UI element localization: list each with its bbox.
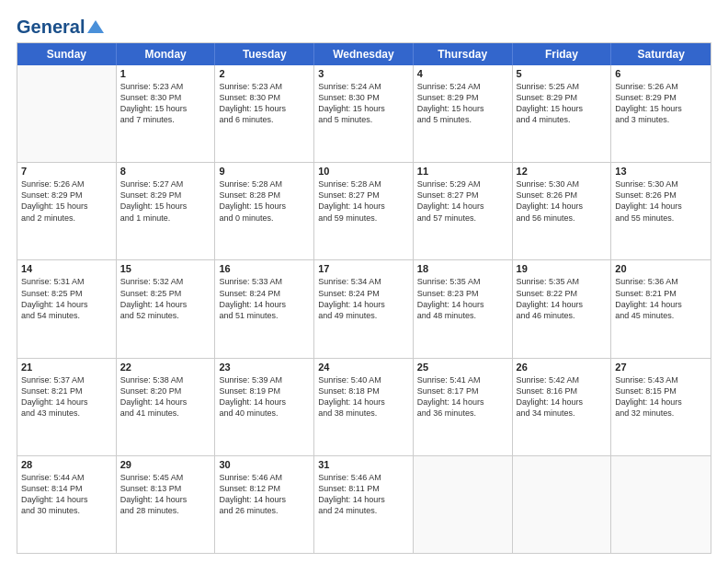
cell-line: Daylight: 14 hours <box>318 299 409 310</box>
cell-line: Daylight: 14 hours <box>517 299 608 310</box>
day-number: 16 <box>219 263 310 274</box>
cell-line: and 51 minutes. <box>219 310 310 321</box>
cell-line: Daylight: 15 hours <box>21 201 112 212</box>
calendar-cell: 28Sunrise: 5:44 AMSunset: 8:14 PMDayligh… <box>17 456 117 553</box>
cell-line: Daylight: 14 hours <box>318 396 409 408</box>
cell-line: Sunset: 8:16 PM <box>517 385 608 396</box>
cell-line: Daylight: 14 hours <box>517 396 608 408</box>
cell-line: Sunrise: 5:31 AM <box>21 276 112 287</box>
calendar-cell: 31Sunrise: 5:46 AMSunset: 8:11 PMDayligh… <box>314 456 414 553</box>
cell-line: Daylight: 14 hours <box>120 299 211 310</box>
cell-line: Sunset: 8:25 PM <box>21 288 112 299</box>
cell-line: Sunrise: 5:25 AM <box>517 81 608 92</box>
cell-line: and 4 minutes. <box>517 114 608 125</box>
cell-line: Daylight: 15 hours <box>417 103 508 114</box>
cell-line: Sunset: 8:28 PM <box>219 190 310 201</box>
cell-line: Sunset: 8:21 PM <box>615 288 707 299</box>
cell-line: Sunset: 8:30 PM <box>120 92 211 103</box>
cell-line: Sunset: 8:15 PM <box>615 385 707 396</box>
cell-line: Sunrise: 5:27 AM <box>120 178 211 190</box>
cell-line: Sunset: 8:23 PM <box>417 288 508 299</box>
cell-line: Daylight: 14 hours <box>417 299 508 310</box>
cell-line: and 55 minutes. <box>615 213 707 224</box>
cell-line: Daylight: 15 hours <box>120 103 211 114</box>
calendar-cell: 13Sunrise: 5:30 AMSunset: 8:26 PMDayligh… <box>611 163 711 259</box>
day-number: 30 <box>219 459 310 470</box>
cell-line: Daylight: 14 hours <box>120 396 211 408</box>
cell-line: Sunset: 8:30 PM <box>318 92 409 103</box>
cell-line: Sunrise: 5:24 AM <box>417 81 508 92</box>
cell-line: Daylight: 14 hours <box>21 299 112 310</box>
calendar-cell: 9Sunrise: 5:28 AMSunset: 8:28 PMDaylight… <box>215 163 314 259</box>
cell-line: Daylight: 14 hours <box>219 299 310 310</box>
calendar-cell: 22Sunrise: 5:38 AMSunset: 8:20 PMDayligh… <box>117 359 216 455</box>
cell-line: Daylight: 14 hours <box>120 494 211 505</box>
calendar: SundayMondayTuesdayWednesdayThursdayFrid… <box>17 42 711 554</box>
cell-line: and 43 minutes. <box>21 408 112 419</box>
calendar-cell: 12Sunrise: 5:30 AMSunset: 8:26 PMDayligh… <box>513 163 612 259</box>
cell-line: Daylight: 14 hours <box>219 494 310 505</box>
logo-triangle-icon <box>87 20 104 33</box>
cell-line: and 59 minutes. <box>318 213 409 224</box>
cell-line: and 26 minutes. <box>219 505 310 516</box>
cell-line: and 36 minutes. <box>417 408 508 419</box>
header-cell-wednesday: Wednesday <box>314 43 414 65</box>
calendar-cell: 26Sunrise: 5:42 AMSunset: 8:16 PMDayligh… <box>513 359 612 455</box>
cell-line: Sunset: 8:30 PM <box>219 92 310 103</box>
page: General SundayMondayTuesdayWednesdayThur… <box>0 0 728 563</box>
day-number: 3 <box>318 68 409 79</box>
cell-line: Sunset: 8:25 PM <box>120 288 211 299</box>
cell-line: Sunrise: 5:32 AM <box>120 276 211 287</box>
calendar-cell <box>513 456 612 553</box>
cell-line: Sunset: 8:29 PM <box>120 190 211 201</box>
cell-line: Daylight: 15 hours <box>318 103 409 114</box>
cell-line: and 1 minute. <box>120 213 211 224</box>
cell-line: Daylight: 14 hours <box>219 396 310 408</box>
cell-line: Sunrise: 5:33 AM <box>219 276 310 287</box>
cell-line: Sunrise: 5:35 AM <box>417 276 508 287</box>
day-number: 7 <box>21 166 112 177</box>
header-cell-monday: Monday <box>117 43 216 65</box>
cell-line: Sunrise: 5:23 AM <box>120 81 211 92</box>
cell-line: Sunset: 8:18 PM <box>318 385 409 396</box>
calendar-cell: 17Sunrise: 5:34 AMSunset: 8:24 PMDayligh… <box>314 260 414 357</box>
cell-line: Sunrise: 5:28 AM <box>318 178 409 190</box>
calendar-cell: 25Sunrise: 5:41 AMSunset: 8:17 PMDayligh… <box>414 359 513 455</box>
day-number: 5 <box>517 68 608 79</box>
cell-line: and 56 minutes. <box>517 213 608 224</box>
cell-line: Sunset: 8:13 PM <box>120 483 211 494</box>
cell-line: Daylight: 14 hours <box>517 201 608 212</box>
day-number: 27 <box>615 362 707 373</box>
cell-line: Sunrise: 5:35 AM <box>517 276 608 287</box>
cell-line: Daylight: 14 hours <box>21 494 112 505</box>
cell-line: and 3 minutes. <box>615 114 707 125</box>
calendar-cell: 1Sunrise: 5:23 AMSunset: 8:30 PMDaylight… <box>117 65 216 162</box>
cell-line: and 28 minutes. <box>120 505 211 516</box>
day-number: 26 <box>517 362 608 373</box>
header-cell-thursday: Thursday <box>414 43 513 65</box>
day-number: 23 <box>219 362 310 373</box>
cell-line: Sunrise: 5:46 AM <box>318 472 409 483</box>
day-number: 17 <box>318 263 409 274</box>
day-number: 31 <box>318 459 409 470</box>
cell-line: and 46 minutes. <box>517 310 608 321</box>
cell-line: Sunrise: 5:28 AM <box>219 178 310 190</box>
cell-line: and 49 minutes. <box>318 310 409 321</box>
cell-line: Sunrise: 5:34 AM <box>318 276 409 287</box>
day-number: 10 <box>318 166 409 177</box>
cell-line: Sunrise: 5:40 AM <box>318 374 409 385</box>
cell-line: Sunrise: 5:30 AM <box>517 178 608 190</box>
cell-line: and 34 minutes. <box>517 408 608 419</box>
day-number: 9 <box>219 166 310 177</box>
cell-line: Sunset: 8:27 PM <box>318 190 409 201</box>
day-number: 29 <box>120 459 211 470</box>
calendar-cell <box>17 65 117 162</box>
calendar-cell: 16Sunrise: 5:33 AMSunset: 8:24 PMDayligh… <box>215 260 314 357</box>
cell-line: and 30 minutes. <box>21 505 112 516</box>
cell-line: Sunrise: 5:36 AM <box>615 276 707 287</box>
calendar-cell: 27Sunrise: 5:43 AMSunset: 8:15 PMDayligh… <box>611 359 711 455</box>
header-cell-tuesday: Tuesday <box>215 43 314 65</box>
cell-line: Daylight: 15 hours <box>517 103 608 114</box>
cell-line: Sunrise: 5:24 AM <box>318 81 409 92</box>
cell-line: and 38 minutes. <box>318 408 409 419</box>
